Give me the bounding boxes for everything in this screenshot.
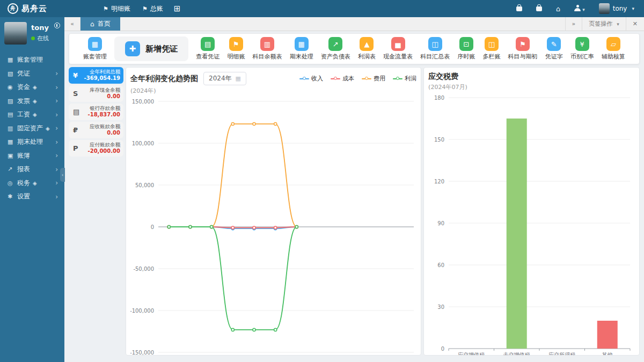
sidebar-item-reports[interactable]: ↗ 报表 › [0, 162, 64, 176]
sidebar-item-icon: ✱ [8, 193, 17, 200]
chevron-right-icon: › [55, 84, 58, 91]
sidebar-item-fixed-assets[interactable]: ▥ 固定资产 ◈ › [0, 122, 64, 136]
toolbar-item-icon: ⊡ [459, 37, 473, 51]
legend-marker-icon [331, 77, 340, 81]
svg-text:其他: 其他 [602, 352, 613, 356]
toolbar-item-aux-accounting[interactable]: ▱ 辅助核算 [602, 37, 625, 61]
summary-card-icon: P [73, 144, 83, 152]
legend-marker-icon [393, 77, 402, 81]
user-info-badge-icon[interactable] [54, 23, 60, 28]
chevron-right-icon: › [55, 70, 58, 77]
sidebar-item-vouchers[interactable]: ▧ 凭证 › [0, 67, 64, 81]
bag-icon[interactable] [516, 5, 522, 13]
apps-grid-icon[interactable]: ⊞ [174, 4, 181, 13]
summary-card-receivable[interactable]: ₽ 应收账款余额 0.00 [69, 122, 123, 138]
toolbar-item-icon: ↗ [328, 37, 342, 51]
brand[interactable]: 舟 易舟云 [0, 3, 64, 14]
plus-icon: ✚ [125, 41, 140, 56]
svg-text:4月: 4月 [229, 355, 237, 356]
sidebar-item-invoices[interactable]: ▨ 发票 ◈ › [0, 94, 64, 108]
svg-text:100,000: 100,000 [132, 141, 154, 146]
toolbar-item-balance-sheet[interactable]: ↗ 资产负债表 [321, 37, 350, 61]
summary-column: ¥ 全年利润总额 -369,054.19 S 库存现金余额 0.00 ▤ 银行存… [69, 67, 123, 356]
legend-item[interactable]: 利润 [393, 75, 416, 83]
toolbar-item-icon: ◫ [485, 37, 499, 51]
toolbar-item-currency-rate[interactable]: ¥ 币别汇率 [570, 37, 594, 61]
legend-item[interactable]: 成本 [331, 75, 354, 83]
chart-legend: 收入 成本 费用 利润 [299, 75, 416, 83]
summary-card-icon: ₽ [73, 126, 83, 134]
toolbar-item-account-sets[interactable]: ▦ 账套管理 [83, 37, 107, 61]
svg-text:12月: 12月 [397, 355, 409, 356]
toolbar-item-balance-table[interactable]: ▥ 科目余额表 [253, 37, 282, 61]
sidebar-item-ledgers[interactable]: ▣ 账簿 › [0, 149, 64, 163]
legend-item[interactable]: 收入 [299, 75, 323, 83]
tab-home[interactable]: ⌂ 首页 [80, 17, 120, 31]
summary-card-payable[interactable]: P 应付账款余额 -20,000.00 [69, 140, 123, 157]
profit-trend-card: 全年利润变化趋势图 2024年 ▦ 收入 成本 费用 利润 (2024年) 15… [126, 67, 421, 356]
sidebar-item-account-sets[interactable]: ▦ 账套管理 [0, 53, 64, 67]
svg-text:-50,000: -50,000 [133, 266, 154, 272]
toolbar-item-period-end[interactable]: ▦ 期末处理 [290, 37, 313, 61]
sidebar-collapse-handle[interactable]: ‹ [60, 168, 65, 182]
tabbar: « ⌂ 首页 » 页签操作 ▾ ✕ [64, 17, 644, 31]
sidebar-item-settings[interactable]: ✱ 设置 › [0, 190, 64, 204]
toolbar-item-view-voucher[interactable]: ▤ 查看凭证 [196, 37, 219, 61]
sidebar-item-funds[interactable]: ◉ 资金 ◈ › [0, 80, 64, 94]
sidebar-item-period-end[interactable]: ▦ 期末处理 › [0, 135, 64, 149]
app-logo-icon: 舟 [8, 3, 18, 14]
tab-close-button[interactable]: ✕ [626, 17, 644, 31]
tab-operations-dropdown[interactable]: 页签操作 ▾ [582, 17, 626, 31]
summary-card-cash-balance[interactable]: S 库存现金余额 0.00 [69, 85, 123, 102]
toolbar-item-journal[interactable]: ⊡ 序时账 [457, 37, 475, 61]
tax-card: 应交税费 (2024年07月) 1801501209060300应交增值税未交增… [423, 67, 640, 356]
user-menu[interactable]: tony ▾ [599, 3, 634, 14]
toolbar-item-subject-sum[interactable]: ◫ 科目汇总表 [420, 37, 450, 61]
sidebar-item-tax[interactable]: ◎ 税务 ◈ › [0, 176, 64, 190]
calendar-icon: ▦ [236, 75, 241, 82]
home-icon: ⌂ [90, 20, 94, 28]
summary-card-annual-profit[interactable]: ¥ 全年利润总额 -369,054.19 [69, 67, 123, 84]
account-icon[interactable]: ▾ [574, 5, 585, 13]
profit-trend-chart: 150,000100,00050,0000-50,000-100,000-150… [130, 95, 418, 356]
toolbar-item-detail-ledger[interactable]: ⚑ 明细账 [227, 37, 245, 61]
tabs-forward-button[interactable]: » [565, 17, 582, 31]
bag-icon[interactable] [536, 5, 542, 13]
topbar-menu-item[interactable]: ⚑ 总账 [142, 4, 163, 13]
legend-item[interactable]: 费用 [362, 75, 385, 83]
bookmark-icon: ⚑ [103, 5, 108, 12]
toolbar-item-multi-column[interactable]: ◫ 多栏账 [482, 37, 500, 61]
toolbar-item-income-stmt[interactable]: ▲ 利润表 [358, 37, 376, 61]
topbar-menu: ⚑ 明细账 ⚑ 总账 [103, 4, 163, 13]
tabs-collapse-button[interactable]: « [64, 17, 80, 31]
svg-text:未交增值税: 未交增值税 [503, 352, 530, 356]
main-content: ▦ 账套管理 ✚ 新增凭证 ▤ 查看凭证 ⚑ 明细账 ▥ 科目余额表 ▦ 期末处… [64, 31, 644, 362]
toolbar-item-cash-flow[interactable]: ▅ 现金流量表 [383, 37, 413, 61]
chevron-right-icon: › [55, 138, 58, 146]
premium-gem-icon: ◈ [33, 98, 37, 104]
svg-text:0: 0 [151, 224, 154, 230]
chevron-right-icon: › [55, 152, 58, 159]
premium-gem-icon: ◈ [33, 84, 37, 90]
topbar-menu-item[interactable]: ⚑ 明细账 [103, 4, 130, 13]
svg-text:150,000: 150,000 [132, 99, 154, 105]
year-picker[interactable]: 2024年 ▦ [203, 72, 246, 85]
toolbar-item-icon: ¥ [575, 37, 589, 51]
chevron-right-icon: › [55, 166, 58, 173]
toolbar-item-subject-init[interactable]: ⚑ 科目与期初 [508, 37, 538, 61]
toolbar-item-icon: ▥ [260, 37, 274, 51]
chevron-right-icon: › [55, 97, 58, 105]
bar-chart-title: 应交税费 [428, 72, 458, 82]
avatar [599, 3, 610, 14]
summary-card-icon: ▤ [73, 108, 83, 116]
sidebar-item-salary[interactable]: ▤ 工资 ◈ › [0, 108, 64, 122]
home-icon[interactable]: ⌂ [556, 5, 560, 13]
svg-text:-150,000: -150,000 [130, 350, 154, 356]
summary-card-bank-balance[interactable]: ▤ 银行存款余额 -18,837.00 [69, 104, 123, 120]
toolbar-item-voucher-word[interactable]: ✎ 凭证字 [545, 37, 563, 61]
toolbar-item-icon: ▱ [606, 37, 620, 51]
sidebar-item-icon: ▦ [8, 138, 17, 145]
new-voucher-button[interactable]: ✚ 新增凭证 [114, 36, 188, 61]
toolbar-item-icon: ▅ [391, 37, 405, 51]
sidebar-user-block[interactable]: tony 在线 [0, 17, 64, 49]
